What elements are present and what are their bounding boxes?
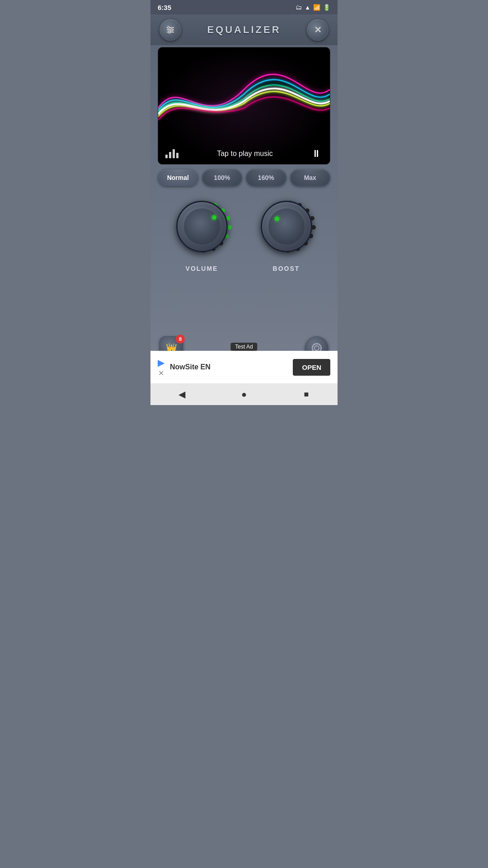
page-title: EQUALIZER: [207, 24, 281, 36]
boost-knob-inner: [268, 208, 305, 245]
home-button[interactable]: ●: [235, 385, 253, 403]
ad-count-badge: 8: [176, 335, 185, 344]
volume-indicator: [212, 215, 216, 220]
equalizer-settings-button[interactable]: [160, 19, 181, 41]
recents-button[interactable]: ■: [297, 385, 315, 403]
wifi-icon: ▲: [305, 4, 310, 11]
back-button[interactable]: ◀: [173, 385, 191, 403]
tap-to-play-text[interactable]: Tap to play music: [217, 150, 273, 158]
nav-bar: ◀ ● ■: [150, 383, 338, 405]
svg-point-4: [171, 29, 173, 31]
bars-icon: [165, 149, 178, 158]
ad-icon-area: ▶ ✕: [158, 357, 164, 377]
preset-row: Normal 100% 160% Max: [150, 169, 338, 186]
volume-knob-wrapper: VOLUME: [168, 193, 236, 272]
volume-label: VOLUME: [186, 265, 218, 272]
pause-button[interactable]: ⏸: [311, 148, 323, 160]
volume-knob-inner: [184, 208, 220, 245]
boost-knob[interactable]: [253, 193, 320, 260]
ad-banner: Test Ad ▶ ✕ NowSite EN OPEN: [150, 351, 338, 383]
preset-max-button[interactable]: Max: [290, 169, 331, 186]
close-button[interactable]: ✕: [307, 19, 328, 41]
home-icon: ●: [241, 389, 247, 400]
knobs-area: VOLUME: [150, 193, 338, 272]
preset-normal-button[interactable]: Normal: [158, 169, 198, 186]
header: EQUALIZER ✕: [150, 14, 338, 45]
recents-icon: ■: [304, 390, 309, 399]
visualizer-controls: Tap to play music ⏸: [158, 148, 330, 160]
status-time: 6:35: [158, 4, 171, 11]
svg-point-3: [168, 27, 170, 29]
ad-label: Test Ad: [230, 343, 257, 351]
volume-knob[interactable]: [168, 193, 236, 260]
boost-knob-wrapper: BOOST: [253, 193, 320, 272]
wave-visualization: [158, 47, 330, 164]
preset-100-button[interactable]: 100%: [202, 169, 243, 186]
app-icon: 🗂: [296, 4, 302, 11]
boost-label: BOOST: [273, 265, 300, 272]
svg-point-39: [314, 346, 319, 350]
svg-point-5: [169, 31, 171, 33]
back-icon: ◀: [178, 389, 185, 400]
preset-160-button[interactable]: 160%: [246, 169, 286, 186]
volume-knob-body[interactable]: [176, 201, 228, 252]
close-icon: ✕: [314, 24, 322, 35]
advertiser-name: NowSite EN: [170, 363, 287, 371]
status-bar: 6:35 🗂 ▲ 📶 🔋: [150, 0, 338, 14]
close-ad-icon[interactable]: ✕: [158, 369, 164, 377]
open-ad-button[interactable]: OPEN: [293, 359, 330, 376]
status-icons: 🗂 ▲ 📶 🔋: [296, 4, 330, 11]
boost-knob-body[interactable]: [261, 201, 312, 252]
play-icon: ▶: [158, 357, 164, 368]
signal-icon: 📶: [313, 4, 320, 11]
boost-indicator: [275, 217, 279, 221]
visualizer[interactable]: Tap to play music ⏸: [158, 47, 330, 165]
visualizer-canvas: [158, 47, 330, 164]
battery-icon: 🔋: [323, 4, 330, 11]
